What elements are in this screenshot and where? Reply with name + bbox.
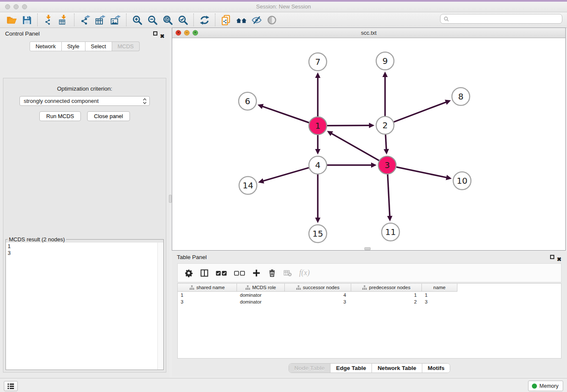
tab-network-table[interactable]: Network Table bbox=[372, 364, 421, 373]
graph-node-label: 10 bbox=[457, 176, 467, 186]
result-scrollbar[interactable] bbox=[157, 243, 163, 370]
float-table-panel-icon[interactable] bbox=[550, 255, 554, 259]
tab-mcds[interactable]: MCDS bbox=[112, 41, 140, 51]
minimize-view-button[interactable]: − bbox=[184, 30, 190, 36]
search-field[interactable] bbox=[440, 14, 562, 24]
task-history-button[interactable] bbox=[4, 381, 18, 391]
create-column-button[interactable] bbox=[252, 269, 261, 277]
unselect-all-columns-button[interactable] bbox=[234, 269, 245, 277]
column-header-successor-nodes[interactable]: successor nodes bbox=[285, 284, 351, 292]
graph-edge-2-8[interactable] bbox=[394, 102, 447, 122]
tab-motifs[interactable]: Motifs bbox=[422, 364, 450, 373]
cell-shared-name[interactable]: 3 bbox=[178, 299, 237, 304]
close-panel-button[interactable]: Close panel bbox=[87, 111, 130, 121]
network-canvas[interactable]: 1234678910111415 bbox=[172, 38, 565, 250]
export-table-button[interactable] bbox=[94, 14, 107, 26]
graph-node-label: 8 bbox=[458, 91, 464, 102]
zoom-out-button[interactable] bbox=[146, 14, 159, 26]
edge-arrowhead bbox=[446, 175, 452, 180]
cell-name[interactable]: 3 bbox=[422, 299, 457, 304]
sort-hierarchy-icon bbox=[190, 285, 194, 290]
criterion-select-value: strongly connected component bbox=[24, 98, 99, 104]
tab-style[interactable]: Style bbox=[62, 41, 85, 51]
control-panel: Control Panel NetworkStyleSelectMCDS Opt… bbox=[0, 28, 169, 378]
graph-node-label: 3 bbox=[385, 160, 390, 170]
horizontal-splitter-handle[interactable] bbox=[364, 247, 371, 250]
cell-predecessor-nodes[interactable]: 2 bbox=[351, 299, 422, 304]
delete-table-button bbox=[284, 269, 292, 277]
column-header-shared-name[interactable]: shared name bbox=[178, 284, 237, 292]
minimize-window-button[interactable] bbox=[14, 4, 19, 9]
zoom-window-button[interactable] bbox=[22, 4, 27, 9]
first-neighbors-button[interactable] bbox=[234, 14, 248, 26]
zoom-fit-button[interactable] bbox=[161, 14, 174, 26]
network-window-title: scc.txt bbox=[361, 30, 377, 36]
cell-MCDS-role[interactable]: dominator bbox=[237, 293, 285, 298]
network-window-titlebar[interactable]: ✕−+ scc.txt bbox=[172, 28, 565, 38]
graph-edge-1-2[interactable] bbox=[327, 125, 370, 126]
zoom-selected-button[interactable] bbox=[176, 14, 190, 26]
select-all-columns-button[interactable] bbox=[216, 269, 227, 277]
node-table: shared nameMCDS rolesuccessor nodesprede… bbox=[177, 283, 561, 359]
float-panel-icon[interactable] bbox=[153, 31, 157, 36]
open-file-button[interactable] bbox=[5, 14, 18, 26]
cell-successor-nodes[interactable]: 4 bbox=[285, 293, 351, 298]
graph-edge-3-10[interactable] bbox=[396, 167, 447, 178]
save-session-button[interactable] bbox=[20, 14, 33, 26]
edge-arrowhead bbox=[315, 149, 321, 155]
search-input[interactable] bbox=[451, 14, 562, 23]
sort-hierarchy-icon bbox=[296, 285, 301, 290]
column-header-predecessor-nodes[interactable]: predecessor nodes bbox=[351, 284, 422, 292]
column-header-name[interactable]: name bbox=[422, 284, 457, 292]
tab-node-table[interactable]: Node Table bbox=[289, 364, 330, 373]
graph-node-label: 15 bbox=[312, 229, 323, 239]
graph-edge-4-14[interactable] bbox=[263, 168, 309, 181]
import-table-button[interactable] bbox=[57, 14, 70, 26]
cell-predecessor-nodes[interactable]: 1 bbox=[351, 293, 422, 298]
export-image-button[interactable] bbox=[109, 14, 122, 26]
tab-select[interactable]: Select bbox=[85, 41, 112, 51]
select-chevrons-icon bbox=[142, 98, 147, 105]
close-view-button[interactable]: ✕ bbox=[176, 30, 181, 36]
refresh-layout-button[interactable] bbox=[198, 14, 211, 26]
import-network-button[interactable] bbox=[41, 14, 55, 26]
tab-edge-table[interactable]: Edge Table bbox=[330, 364, 372, 373]
graph-edge-3-11[interactable] bbox=[388, 174, 390, 217]
cell-MCDS-role[interactable]: dominator bbox=[237, 299, 285, 304]
graph-edge-2-3[interactable] bbox=[385, 135, 386, 150]
graph-node-label: 2 bbox=[383, 120, 388, 130]
edge-arrowhead bbox=[258, 178, 264, 183]
clone-network-button[interactable] bbox=[219, 14, 233, 26]
delete-columns-button[interactable] bbox=[268, 269, 276, 277]
graph-node-label: 9 bbox=[383, 56, 388, 66]
cell-successor-nodes[interactable]: 3 bbox=[285, 299, 351, 304]
sort-hierarchy-icon bbox=[245, 285, 250, 290]
cell-shared-name[interactable]: 1 bbox=[178, 293, 237, 298]
zoom-view-button[interactable]: + bbox=[193, 30, 198, 36]
vertical-splitter-handle[interactable] bbox=[169, 195, 172, 203]
zoom-in-button[interactable] bbox=[130, 14, 144, 26]
close-panel-icon[interactable] bbox=[160, 30, 165, 42]
show-columns-button[interactable] bbox=[200, 269, 209, 277]
status-bar: Memory bbox=[0, 378, 567, 392]
edge-arrowhead bbox=[315, 72, 321, 78]
edge-arrowhead bbox=[369, 123, 374, 128]
control-panel-tabs: NetworkStyleSelectMCDS bbox=[0, 41, 169, 51]
table-row[interactable]: 1dominator411 bbox=[178, 292, 561, 298]
column-header-MCDS-role[interactable]: MCDS role bbox=[237, 284, 285, 292]
graph-edge-3-1[interactable] bbox=[331, 133, 379, 160]
network-view-window: ✕−+ scc.txt 1234678910111415 bbox=[172, 28, 566, 251]
graph-node-label: 4 bbox=[315, 160, 321, 170]
main-titlebar: Session: New Session bbox=[0, 2, 567, 12]
table-settings-button[interactable] bbox=[184, 269, 193, 277]
hide-selected-button[interactable] bbox=[250, 14, 263, 26]
criterion-select[interactable]: strongly connected component bbox=[19, 96, 150, 106]
table-row[interactable]: 3dominator323 bbox=[178, 298, 561, 305]
memory-button[interactable]: Memory bbox=[528, 381, 563, 391]
close-window-button[interactable] bbox=[5, 4, 10, 9]
export-network-button[interactable] bbox=[78, 14, 92, 26]
run-mcds-button[interactable]: Run MCDS bbox=[39, 111, 81, 121]
graph-edge-1-6[interactable] bbox=[262, 106, 309, 123]
tab-network[interactable]: Network bbox=[30, 41, 62, 51]
cell-name[interactable]: 1 bbox=[422, 293, 457, 298]
